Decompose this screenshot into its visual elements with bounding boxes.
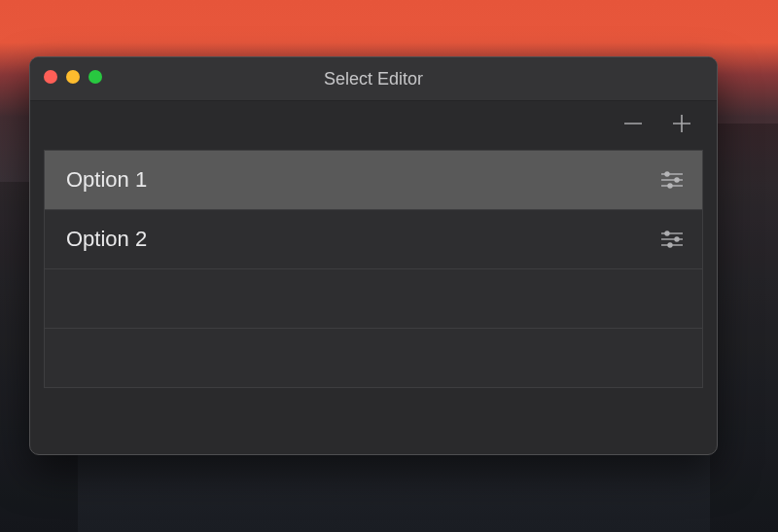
toolbar	[30, 101, 717, 150]
svg-point-6	[675, 178, 679, 182]
titlebar: Select Editor	[30, 57, 717, 101]
plus-icon	[670, 112, 693, 139]
option-settings-button[interactable]	[659, 230, 685, 249]
svg-point-12	[675, 237, 679, 241]
option-label: Option 1	[66, 167, 147, 193]
window-title: Select Editor	[324, 69, 423, 89]
svg-point-8	[668, 184, 672, 188]
option-label: Option 2	[66, 227, 147, 252]
option-row-empty[interactable]	[44, 269, 703, 329]
minus-icon	[621, 112, 645, 139]
option-row[interactable]: Option 1	[44, 150, 703, 210]
minimize-window-button[interactable]	[66, 70, 80, 84]
options-list: Option 1 Option 2	[30, 150, 717, 454]
remove-option-button[interactable]	[619, 112, 647, 139]
sliders-icon	[659, 170, 685, 190]
add-option-button[interactable]	[668, 112, 695, 139]
option-row[interactable]: Option 2	[44, 210, 703, 269]
zoom-window-button[interactable]	[88, 70, 102, 84]
svg-point-10	[665, 231, 669, 235]
sliders-icon	[659, 230, 685, 249]
svg-point-4	[665, 172, 669, 176]
option-row-empty[interactable]	[44, 329, 703, 388]
close-window-button[interactable]	[44, 70, 57, 84]
svg-point-14	[668, 243, 672, 247]
select-editor-window: Select Editor Option 1	[29, 56, 718, 455]
option-settings-button[interactable]	[659, 170, 685, 190]
window-controls	[44, 70, 102, 84]
